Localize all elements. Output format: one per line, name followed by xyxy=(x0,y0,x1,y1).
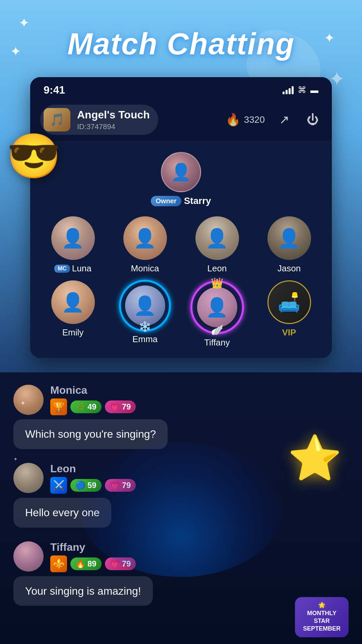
room-actions: 🔥 3320 ↗ ⏻ xyxy=(226,111,322,129)
chat-section: ✦ ✦ · Monica 🏆 🌿 49 💗 79 xyxy=(0,372,362,644)
glow-orb xyxy=(80,443,282,577)
member-avatar-jason: 👤 xyxy=(267,216,311,260)
member-name-leon: Leon xyxy=(207,263,227,274)
member-name-luna: Luna xyxy=(72,263,92,274)
sparkle-decoration-3: ✦ xyxy=(324,30,335,46)
chat-avatar-leon[interactable] xyxy=(13,463,44,493)
status-icons: ⌘ ▬ xyxy=(283,85,318,95)
big-star-decoration: ⭐ xyxy=(288,433,342,484)
fire-number: 3320 xyxy=(244,114,265,125)
fire-count: 🔥 3320 xyxy=(226,113,265,127)
owner-badge: Owner xyxy=(151,196,181,206)
tiffany-wings: 🪽 xyxy=(211,324,223,336)
member-item-leon[interactable]: 👤 Leon xyxy=(184,216,250,274)
fire-icon: 🔥 xyxy=(226,113,241,127)
member-name-emily: Emily xyxy=(62,327,84,338)
promo-text: 🌟MONTHLYSTARSEPTEMBER xyxy=(303,601,341,633)
member-item-monica[interactable]: 👤 Monica xyxy=(112,216,178,274)
page-title: Match Chatting xyxy=(67,27,295,61)
owner-section: 👤 Owner Starry xyxy=(37,152,325,206)
member-avatar-luna: 👤 xyxy=(51,216,95,260)
member-item-vip[interactable]: 🛋️ VIP xyxy=(256,280,322,348)
badge-icon: 💗 xyxy=(110,402,120,412)
sparkle-decoration-2: ✦ xyxy=(10,44,21,59)
status-time: 9:41 xyxy=(44,84,65,96)
badge-icon: 🔥 xyxy=(75,559,85,569)
signal-bars xyxy=(283,86,294,94)
badge-score-1-tiffany: 🔥 89 xyxy=(70,557,102,570)
room-name: Angel's Touch xyxy=(77,109,150,121)
status-bar: 9:41 ⌘ ▬ xyxy=(30,77,332,100)
promo-card[interactable]: 🌟MONTHLYSTARSEPTEMBER xyxy=(295,597,349,637)
member-avatar-emily: 👤 xyxy=(51,280,95,324)
chat-avatar-tiffany[interactable] xyxy=(13,541,44,572)
owner-label: Owner Starry xyxy=(151,196,211,206)
room-thumbnail: 🎵 xyxy=(44,108,70,131)
chat-text-monica: Which song you're singing? xyxy=(25,428,156,440)
member-avatar-monica: 👤 xyxy=(123,216,167,260)
wifi-icon: ⌘ xyxy=(298,85,306,95)
room-body: 👤 Owner Starry 👤 MC Luna xyxy=(30,142,332,358)
power-button[interactable]: ⏻ xyxy=(303,111,322,129)
bg-star-2: ✦ xyxy=(13,456,18,462)
badge-score-2-monica: 💗 79 xyxy=(105,400,136,413)
chat-bubble-tiffany: Your singing is amazing! xyxy=(13,576,153,606)
sparkle-decoration-1: ✦ xyxy=(18,15,30,31)
rank-badge-leon: ⚔️ xyxy=(50,477,67,494)
chat-text-tiffany: Your singing is amazing! xyxy=(25,585,141,597)
badge-value: 79 xyxy=(122,402,131,412)
room-id: ID:3747894 xyxy=(77,122,150,131)
member-item-emily[interactable]: 👤 Emily xyxy=(40,280,106,348)
member-item-luna[interactable]: 👤 MC Luna xyxy=(40,216,106,274)
member-name-jason: Jason xyxy=(278,263,301,274)
emoji-overlay: 😎 xyxy=(7,131,61,182)
owner-avatar[interactable]: 👤 xyxy=(161,152,201,192)
member-name-emma: Emma xyxy=(132,334,158,344)
rank-badge-tiffany: ⚜️ xyxy=(50,555,67,572)
app-container: 9:41 ⌘ ▬ 🎵 Angel's Touch ID:3747894 xyxy=(30,77,332,358)
battery-icon: ▬ xyxy=(310,86,318,95)
badge-icon: 🔵 xyxy=(75,481,85,490)
member-avatar-emma-wrapper: 👤 ❄️ xyxy=(120,280,170,331)
member-item-tiffany[interactable]: 👤 👑 🪽 Tiffany xyxy=(184,280,250,348)
vip-icon: 🛋️ xyxy=(278,291,301,313)
member-name-monica: Monica xyxy=(131,263,159,274)
share-button[interactable]: ↗ xyxy=(275,111,293,129)
mc-badge: MC xyxy=(54,265,70,273)
bg-star-3: · xyxy=(27,423,28,427)
badge-value: 89 xyxy=(87,559,97,569)
member-name-tiffany: Tiffany xyxy=(204,337,230,348)
chat-bubble-monica: Which song you're singing? xyxy=(13,419,168,449)
room-info[interactable]: 🎵 Angel's Touch ID:3747894 xyxy=(40,105,158,135)
member-item-emma[interactable]: 👤 ❄️ Emma xyxy=(112,280,178,348)
chat-avatar-monica[interactable] xyxy=(13,385,44,415)
member-avatar-tiffany-wrapper: 👤 👑 🪽 xyxy=(190,280,244,334)
member-avatar-tiffany: 👤 xyxy=(197,287,237,327)
room-header: 🎵 Angel's Touch ID:3747894 🔥 3320 ↗ ⏻ xyxy=(30,100,332,142)
badge-value: 49 xyxy=(87,402,97,412)
member-avatar-emma: 👤 xyxy=(125,285,165,326)
members-grid: 👤 MC Luna 👤 Monica 👤 xyxy=(37,216,325,348)
room-details: Angel's Touch ID:3747894 xyxy=(77,109,150,131)
badge-score-1-monica: 🌿 49 xyxy=(70,400,102,413)
badge-icon: 🌿 xyxy=(75,402,85,412)
tiffany-crown: 👑 xyxy=(211,277,223,289)
member-avatar-leon: 👤 xyxy=(195,216,239,260)
bg-star-1: ✦ xyxy=(20,399,26,407)
member-item-jason[interactable]: 👤 Jason xyxy=(256,216,322,274)
owner-name: Starry xyxy=(184,196,211,206)
member-name-vip: VIP xyxy=(282,327,296,338)
rank-badge-monica: 🏆 xyxy=(50,398,67,415)
chat-username-monica: Monica xyxy=(50,384,349,396)
member-avatar-vip: 🛋️ xyxy=(267,280,311,324)
emma-wings: ❄️ xyxy=(139,321,151,332)
